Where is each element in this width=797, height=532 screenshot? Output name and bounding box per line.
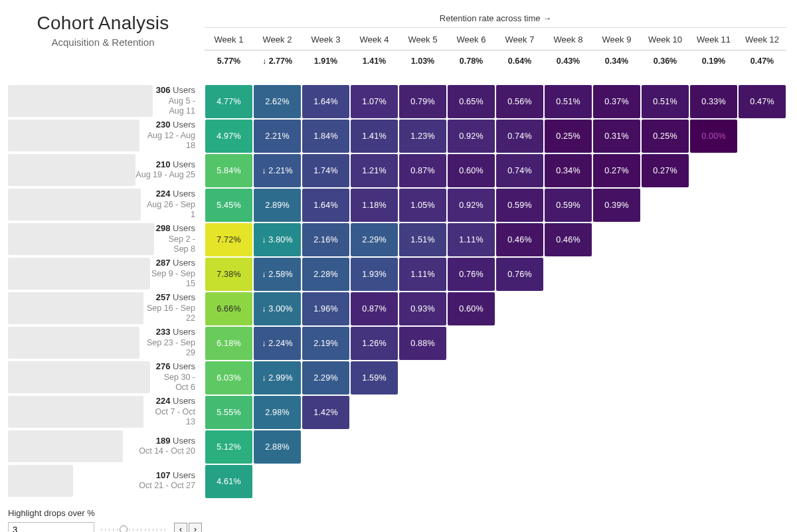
heatmap-cell[interactable]: 0.25% bbox=[545, 120, 592, 153]
threshold-increment-button[interactable]: › bbox=[189, 523, 202, 532]
heatmap-cell[interactable]: 0.27% bbox=[642, 154, 689, 187]
heatmap-cell[interactable]: 0.59% bbox=[496, 189, 543, 222]
column-summary: 0.34% bbox=[592, 50, 641, 72]
heatmap-cell[interactable]: 2.21% bbox=[254, 154, 301, 187]
heatmap-cell[interactable]: 0.33% bbox=[690, 85, 737, 118]
heatmap-cell[interactable]: 0.39% bbox=[593, 189, 640, 222]
heatmap-cell[interactable]: 1.23% bbox=[399, 120, 446, 153]
heatmap-cell[interactable]: 0.79% bbox=[399, 85, 446, 118]
heatmap-cell[interactable]: 0.00% bbox=[690, 120, 737, 153]
acquisition-bar bbox=[8, 85, 153, 117]
heatmap-cell[interactable]: 0.88% bbox=[399, 327, 446, 360]
heatmap-cell[interactable]: 1.64% bbox=[302, 85, 349, 118]
heatmap-cell[interactable]: 0.25% bbox=[642, 120, 689, 153]
column-summary: 0.36% bbox=[641, 50, 689, 72]
heatmap-cell[interactable]: 0.92% bbox=[448, 189, 495, 222]
threshold-slider[interactable] bbox=[101, 523, 167, 532]
heatmap-cell[interactable]: 1.64% bbox=[302, 189, 349, 222]
heatmap-cell[interactable]: 4.61% bbox=[205, 465, 252, 498]
heatmap-cell[interactable]: 2.29% bbox=[351, 223, 398, 256]
heatmap-cell[interactable]: 4.97% bbox=[205, 120, 252, 153]
heatmap-cell[interactable]: 0.60% bbox=[448, 292, 495, 325]
heatmap-cell[interactable]: 1.74% bbox=[302, 154, 349, 187]
heatmap-cell[interactable]: 0.51% bbox=[642, 85, 689, 118]
heatmap-cell[interactable]: 0.47% bbox=[739, 85, 786, 118]
heatmap-cell[interactable]: 6.66% bbox=[205, 292, 252, 325]
heatmap-cell[interactable]: 1.51% bbox=[399, 223, 446, 256]
heatmap-cell[interactable]: 0.92% bbox=[448, 120, 495, 153]
heatmap-cell[interactable]: 1.93% bbox=[351, 258, 398, 291]
heatmap-cell[interactable]: 0.31% bbox=[593, 120, 640, 153]
heatmap-cell[interactable]: 0.51% bbox=[545, 85, 592, 118]
users-suffix: Users bbox=[173, 396, 195, 406]
heatmap-cell[interactable]: 1.96% bbox=[302, 292, 349, 325]
heatmap-cell[interactable]: 1.84% bbox=[302, 120, 349, 153]
cohort-users-count: 224 bbox=[156, 396, 171, 406]
heatmap-cell[interactable]: 0.34% bbox=[545, 154, 592, 187]
heatmap-cell[interactable]: 2.58% bbox=[254, 258, 301, 291]
heatmap-cell[interactable]: 1.07% bbox=[351, 85, 398, 118]
heatmap-cell[interactable]: 2.99% bbox=[254, 361, 301, 395]
heatmap-cell[interactable]: 0.59% bbox=[545, 189, 592, 222]
heatmap-cell[interactable]: 7.38% bbox=[205, 258, 252, 291]
heatmap-cell[interactable]: 2.29% bbox=[302, 361, 349, 395]
cohort-row-label: 257 UsersSep 16 - Sep 22 bbox=[8, 292, 205, 325]
heatmap-cell[interactable]: 0.27% bbox=[593, 154, 640, 187]
heatmap-cell[interactable]: 1.26% bbox=[351, 327, 398, 360]
threshold-decrement-button[interactable]: ‹ bbox=[174, 523, 187, 532]
heatmap-cell[interactable]: 3.00% bbox=[254, 292, 301, 325]
heatmap-cell[interactable]: 0.93% bbox=[399, 292, 446, 325]
heatmap-cell[interactable]: 0.65% bbox=[448, 85, 495, 118]
heatmap-cell[interactable]: 7.72% bbox=[205, 223, 252, 256]
heatmap-cell[interactable]: 2.89% bbox=[254, 189, 301, 222]
heatmap-cell[interactable]: 0.76% bbox=[496, 258, 543, 291]
heatmap-cell[interactable]: 6.03% bbox=[205, 361, 252, 395]
heatmap-cell[interactable]: 1.11% bbox=[448, 223, 495, 256]
heatmap-cell[interactable]: 0.74% bbox=[496, 120, 543, 153]
heatmap-cell[interactable]: 1.11% bbox=[399, 258, 446, 291]
column-summary: 0.47% bbox=[738, 50, 786, 72]
heatmap-cell[interactable]: 4.77% bbox=[205, 85, 252, 118]
heatmap-cell[interactable]: 5.84% bbox=[205, 154, 252, 187]
heatmap-cell[interactable]: 2.98% bbox=[254, 396, 301, 429]
acquisition-bar bbox=[8, 258, 150, 290]
heatmap-cell[interactable]: 5.12% bbox=[205, 430, 252, 464]
heatmap-cell[interactable]: 0.37% bbox=[593, 85, 640, 118]
heatmap-cell[interactable]: 2.19% bbox=[302, 327, 349, 360]
cohort-dates: Aug 26 - Sep 1 bbox=[141, 200, 195, 221]
heatmap-cell[interactable]: 5.55% bbox=[205, 396, 252, 429]
heatmap-cell[interactable]: 0.46% bbox=[545, 223, 592, 256]
heatmap-cell[interactable]: 0.74% bbox=[496, 154, 543, 187]
heatmap-cell[interactable]: 2.28% bbox=[302, 258, 349, 291]
heatmap-cell[interactable]: 6.18% bbox=[205, 327, 252, 360]
heatmap-cell[interactable]: 0.76% bbox=[448, 258, 495, 291]
heatmap-cell[interactable]: 2.21% bbox=[254, 120, 301, 153]
cohort-row-label: 287 UsersSep 9 - Sep 15 bbox=[8, 257, 205, 290]
heatmap-cell[interactable]: 0.60% bbox=[448, 154, 495, 187]
heatmap-cell[interactable]: 1.21% bbox=[351, 154, 398, 187]
heatmap-cell[interactable]: 1.59% bbox=[351, 361, 398, 395]
heatmap-cell[interactable]: 0.87% bbox=[351, 292, 398, 325]
heatmap-cell[interactable]: 1.18% bbox=[351, 189, 398, 222]
heatmap-cell[interactable]: 1.05% bbox=[399, 189, 446, 222]
heatmap-cell[interactable]: 5.45% bbox=[205, 189, 252, 222]
highlight-threshold-input[interactable] bbox=[8, 522, 94, 532]
heatmap-cell[interactable]: 3.80% bbox=[254, 223, 301, 256]
week-header: Week 1 bbox=[205, 28, 253, 50]
heatmap-cell[interactable]: 2.62% bbox=[254, 85, 301, 118]
heatmap-cell[interactable]: 1.42% bbox=[302, 396, 349, 429]
heatmap-cell[interactable]: 0.46% bbox=[496, 223, 543, 256]
heatmap-cell[interactable]: 0.56% bbox=[496, 85, 543, 118]
heatmap-cell[interactable]: 2.16% bbox=[302, 223, 349, 256]
heatmap-cell[interactable]: 1.41% bbox=[351, 120, 398, 153]
acquisition-bar bbox=[8, 189, 141, 221]
cohort-dates: Aug 5 - Aug 11 bbox=[153, 96, 195, 117]
acquisition-bar bbox=[8, 120, 139, 151]
heatmap-cell[interactable]: 2.88% bbox=[254, 430, 301, 464]
column-summary: 2.77% bbox=[253, 50, 302, 72]
cohort-dates: Sep 16 - Sep 22 bbox=[143, 304, 195, 324]
heatmap-cell[interactable]: 2.24% bbox=[254, 327, 301, 360]
cohort-dates: Sep 9 - Sep 15 bbox=[150, 269, 195, 290]
week-header: Week 3 bbox=[302, 28, 350, 50]
heatmap-cell[interactable]: 0.87% bbox=[399, 154, 446, 187]
